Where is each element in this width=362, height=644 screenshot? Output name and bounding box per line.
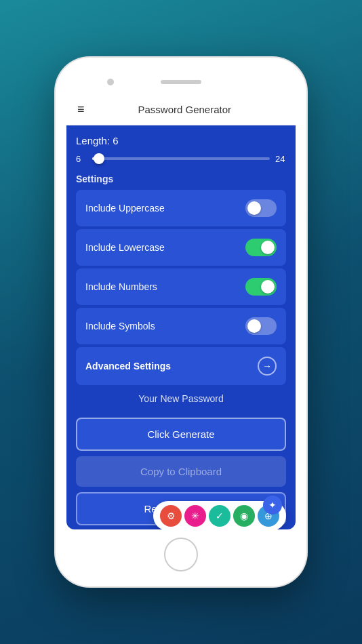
slider-container[interactable] (92, 152, 270, 165)
clipboard-button[interactable]: Copy to Clipboard (76, 456, 286, 487)
numbers-label: Include Numbers (85, 281, 157, 292)
menu-icon[interactable]: ≡ (77, 102, 85, 117)
slider-row: 6 24 (76, 152, 286, 165)
slider-min: 6 (76, 154, 87, 164)
toggle-row-symbols: Include Symbols (76, 308, 286, 344)
password-title: Your New Password (76, 393, 286, 404)
phone-frame: ≡ Password Generator Length: 6 6 24 (56, 58, 306, 586)
password-section: Your New Password (76, 393, 286, 411)
tool-icon-3[interactable]: ✓ (209, 505, 230, 527)
uppercase-toggle-knob (247, 201, 261, 215)
advanced-label: Advanced Settings (85, 361, 171, 371)
slider-thumb[interactable] (94, 153, 104, 164)
toggle-row-lowercase: Include Lowercase (76, 229, 286, 266)
settings-label: Settings (76, 174, 286, 184)
uppercase-label: Include Uppercase (85, 203, 165, 214)
generate-button[interactable]: Click Generate (76, 418, 286, 451)
uppercase-toggle[interactable] (245, 199, 277, 217)
length-section: Length: 6 6 24 (76, 135, 286, 165)
numbers-toggle[interactable] (245, 278, 277, 296)
home-button[interactable] (164, 538, 198, 571)
lowercase-toggle[interactable] (245, 239, 277, 256)
phone-bottom (66, 529, 296, 574)
advanced-arrow-icon: → (258, 357, 277, 376)
topbar-title: Password Generator (85, 104, 285, 115)
phone-top (66, 70, 296, 94)
symbols-label: Include Symbols (85, 321, 155, 331)
topbar: ≡ Password Generator (66, 94, 296, 125)
camera (107, 79, 114, 85)
lowercase-toggle-knob (261, 241, 275, 254)
tool-icon-4[interactable]: ◉ (233, 505, 255, 527)
speaker (161, 80, 201, 84)
symbols-toggle[interactable] (245, 317, 277, 335)
floating-tools: ✦ ⚙ ✳ ✓ ◉ ⊕ (153, 501, 286, 529)
lowercase-label: Include Lowercase (85, 242, 165, 253)
magic-icon[interactable]: ✦ (263, 496, 282, 515)
slider-max: 24 (275, 154, 286, 164)
symbols-toggle-knob (247, 319, 261, 333)
advanced-settings-row[interactable]: Advanced Settings → (76, 347, 286, 385)
length-label: Length: 6 (76, 135, 286, 146)
tool-icon-2[interactable]: ✳ (184, 505, 206, 527)
toggle-row-numbers: Include Numbers (76, 268, 286, 305)
main-content: Length: 6 6 24 Settings Include Uppercas (66, 125, 296, 529)
phone-content: ≡ Password Generator Length: 6 6 24 (66, 94, 296, 529)
numbers-toggle-knob (261, 280, 275, 294)
tool-icon-1[interactable]: ⚙ (160, 505, 182, 527)
slider-track (92, 157, 270, 160)
toggle-row-uppercase: Include Uppercase (76, 190, 286, 226)
